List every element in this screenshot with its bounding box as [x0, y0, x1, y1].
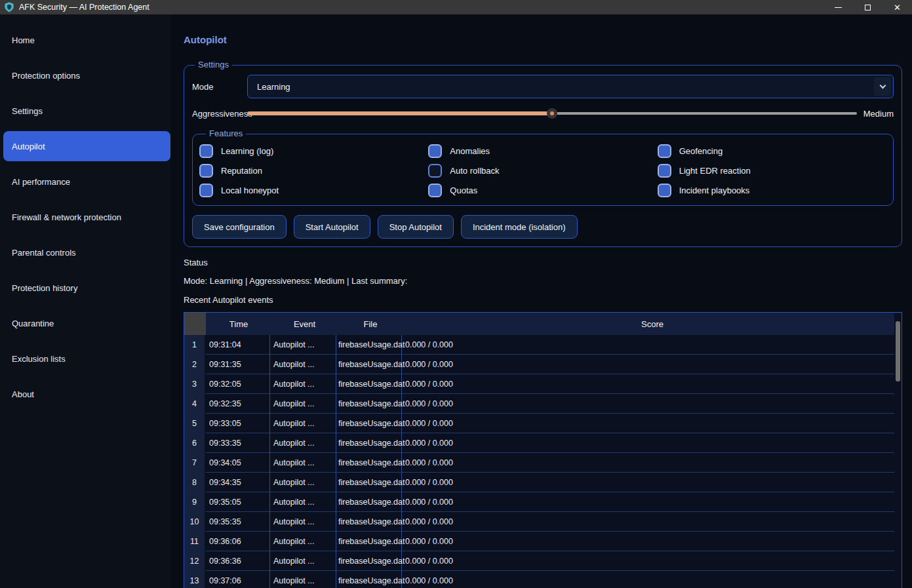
table-row[interactable]: 10 09:35:35 Autopilot ... firebaseUsage.… — [184, 512, 902, 532]
cell-score[interactable]: 0.000 / 0.000 — [402, 335, 902, 355]
checkbox-icon[interactable] — [658, 184, 671, 197]
cell-event[interactable]: Autopilot ... — [270, 492, 336, 512]
cell-time[interactable]: 09:36:06 — [206, 532, 270, 551]
cell-event[interactable]: Autopilot ... — [270, 473, 336, 492]
cell-file[interactable]: firebaseUsage.dat — [336, 492, 402, 512]
table-row[interactable]: 4 09:32:35 Autopilot ... firebaseUsage.d… — [184, 394, 902, 414]
cell-score[interactable]: 0.000 / 0.000 — [402, 453, 902, 473]
table-scrollbar[interactable] — [894, 313, 902, 588]
table-row[interactable]: 9 09:35:05 Autopilot ... firebaseUsage.d… — [184, 492, 902, 512]
table-scrollbar-thumb[interactable] — [896, 321, 900, 382]
checkbox-icon[interactable] — [428, 184, 442, 197]
cell-event[interactable]: Autopilot ... — [270, 453, 336, 473]
cell-time[interactable]: 09:35:35 — [206, 512, 270, 532]
table-row[interactable]: 6 09:33:35 Autopilot ... firebaseUsage.d… — [184, 433, 902, 453]
column-header-file[interactable]: File — [338, 313, 403, 335]
cell-event[interactable]: Autopilot ... — [270, 414, 336, 433]
cell-time[interactable]: 09:37:06 — [206, 571, 270, 588]
checkbox-icon[interactable] — [428, 164, 442, 178]
feature-checkbox-reputation[interactable]: Reputation — [199, 161, 428, 180]
cell-score[interactable]: 0.000 / 0.000 — [402, 512, 902, 532]
table-row[interactable]: 2 09:31:35 Autopilot ... firebaseUsage.d… — [184, 355, 902, 374]
cell-event[interactable]: Autopilot ... — [270, 571, 336, 588]
feature-checkbox-incident-playbooks[interactable]: Incident playbooks — [658, 180, 886, 200]
cell-score[interactable]: 0.000 / 0.000 — [402, 394, 902, 414]
cell-event[interactable]: Autopilot ... — [270, 394, 336, 414]
cell-event[interactable]: Autopilot ... — [270, 355, 336, 374]
incident-mode-button[interactable]: Incident mode (isolation) — [461, 215, 578, 239]
cell-file[interactable]: firebaseUsage.dat — [336, 512, 402, 532]
checkbox-icon[interactable] — [199, 144, 213, 158]
cell-time[interactable]: 09:31:35 — [206, 355, 270, 374]
cell-file[interactable]: firebaseUsage.dat — [336, 473, 402, 492]
sidebar-item-autopilot[interactable]: Autopilot — [3, 131, 170, 161]
cell-file[interactable]: firebaseUsage.dat — [336, 335, 402, 355]
cell-time[interactable]: 09:33:05 — [206, 414, 270, 433]
column-header-time[interactable]: Time — [206, 313, 271, 335]
cell-time[interactable]: 09:32:05 — [206, 374, 270, 394]
cell-file[interactable]: firebaseUsage.dat — [336, 414, 402, 433]
cell-score[interactable]: 0.000 / 0.000 — [402, 473, 902, 492]
sidebar-item-exclusion-lists[interactable]: Exclusion lists — [3, 343, 170, 374]
cell-file[interactable]: firebaseUsage.dat — [336, 433, 402, 453]
cell-file[interactable]: firebaseUsage.dat — [336, 532, 402, 551]
table-row[interactable]: 13 09:37:06 Autopilot ... firebaseUsage.… — [184, 571, 902, 588]
cell-score[interactable]: 0.000 / 0.000 — [402, 355, 902, 374]
cell-event[interactable]: Autopilot ... — [270, 433, 336, 453]
feature-checkbox-quotas[interactable]: Quotas — [428, 180, 657, 200]
table-row[interactable]: 5 09:33:05 Autopilot ... firebaseUsage.d… — [184, 414, 902, 433]
sidebar-item-settings[interactable]: Settings — [3, 96, 170, 126]
cell-event[interactable]: Autopilot ... — [270, 532, 336, 551]
checkbox-icon[interactable] — [658, 164, 671, 178]
feature-checkbox-local-honeypot[interactable]: Local honeypot — [199, 180, 428, 200]
cell-score[interactable]: 0.000 / 0.000 — [402, 492, 902, 512]
cell-event[interactable]: Autopilot ... — [270, 512, 336, 532]
cell-score[interactable]: 0.000 / 0.000 — [402, 374, 902, 394]
cell-file[interactable]: firebaseUsage.dat — [336, 571, 402, 588]
cell-file[interactable]: firebaseUsage.dat — [336, 551, 402, 571]
cell-score[interactable]: 0.000 / 0.000 — [402, 571, 902, 588]
checkbox-icon[interactable] — [199, 184, 213, 197]
table-row[interactable]: 3 09:32:05 Autopilot ... firebaseUsage.d… — [184, 374, 902, 394]
checkbox-icon[interactable] — [199, 164, 213, 178]
maximize-button[interactable] — [853, 0, 882, 14]
cell-file[interactable]: firebaseUsage.dat — [336, 453, 402, 473]
table-row[interactable]: 12 09:36:36 Autopilot ... firebaseUsage.… — [184, 551, 902, 571]
slider-thumb[interactable] — [547, 108, 557, 119]
cell-time[interactable]: 09:35:05 — [206, 492, 270, 512]
column-header-score[interactable]: Score — [403, 313, 902, 335]
feature-checkbox-anomalies[interactable]: Anomalies — [428, 141, 657, 161]
mode-select[interactable]: Learning — [247, 75, 894, 98]
start-autopilot-button[interactable]: Start Autopilot — [294, 215, 370, 239]
cell-event[interactable]: Autopilot ... — [270, 374, 336, 394]
sidebar-item-firewall-network-protection[interactable]: Firewall & network protection — [3, 202, 170, 232]
checkbox-icon[interactable] — [658, 144, 671, 158]
close-button[interactable]: ✕ — [882, 0, 912, 14]
cell-time[interactable]: 09:33:35 — [206, 433, 270, 453]
sidebar-item-home[interactable]: Home — [3, 25, 170, 55]
table-row[interactable]: 7 09:34:05 Autopilot ... firebaseUsage.d… — [184, 453, 902, 473]
cell-score[interactable]: 0.000 / 0.000 — [402, 414, 902, 433]
cell-file[interactable]: firebaseUsage.dat — [336, 374, 402, 394]
table-row[interactable]: 1 09:31:04 Autopilot ... firebaseUsage.d… — [184, 335, 902, 355]
feature-checkbox-auto-rollback[interactable]: Auto rollback — [428, 161, 657, 180]
sidebar-item-parental-controls[interactable]: Parental controls — [3, 237, 170, 267]
feature-checkbox-geofencing[interactable]: Geofencing — [658, 141, 886, 161]
cell-score[interactable]: 0.000 / 0.000 — [402, 551, 902, 571]
cell-time[interactable]: 09:36:36 — [206, 551, 270, 571]
aggressiveness-slider[interactable] — [247, 106, 857, 121]
cell-time[interactable]: 09:34:05 — [206, 453, 270, 473]
sidebar-item-quarantine[interactable]: Quarantine — [3, 308, 170, 338]
cell-time[interactable]: 09:31:04 — [206, 335, 270, 355]
minimize-button[interactable] — [823, 0, 853, 14]
sidebar-item-protection-history[interactable]: Protection history — [3, 273, 170, 303]
cell-score[interactable]: 0.000 / 0.000 — [402, 433, 902, 453]
sidebar-item-about[interactable]: About — [3, 379, 170, 409]
feature-checkbox-learning-log[interactable]: Learning (log) — [199, 141, 428, 161]
column-header-event[interactable]: Event — [271, 313, 338, 335]
table-row[interactable]: 11 09:36:06 Autopilot ... firebaseUsage.… — [184, 532, 902, 551]
checkbox-icon[interactable] — [428, 144, 442, 158]
sidebar-item-protection-options[interactable]: Protection options — [3, 60, 170, 90]
cell-file[interactable]: firebaseUsage.dat — [336, 394, 402, 414]
cell-score[interactable]: 0.000 / 0.000 — [402, 532, 902, 551]
